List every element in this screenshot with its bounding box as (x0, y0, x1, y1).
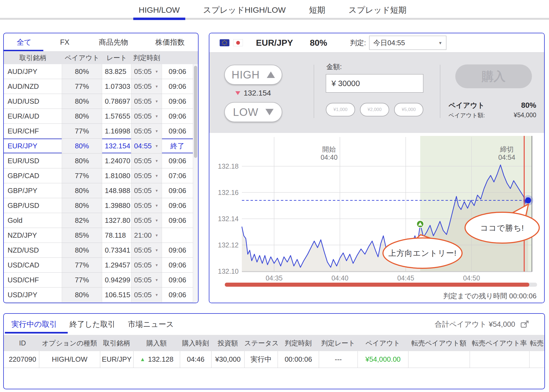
top-tab-短期[interactable]: 短期 (309, 0, 325, 20)
watchlist-row-EUR/AUD[interactable]: EUR/AUD80%1.5765505:05▼09:06 (4, 109, 198, 124)
positions-col-ペイアウト: ペイアウト (358, 339, 408, 348)
buy-button[interactable]: 購入 (455, 64, 532, 88)
amount-input[interactable]: ¥ 30000 (326, 74, 423, 93)
positions-col-投資額: 投資額 (211, 339, 244, 348)
cell-amount: ¥30,000 (211, 351, 244, 368)
pair-name: GBP/JPY (4, 183, 62, 198)
payout-pct: 80% (62, 139, 102, 153)
cell-id: 2207090 (6, 351, 39, 368)
watchlist-row-AUD/JPY[interactable]: AUD/JPY80%83.82505:05▼09:06 (4, 64, 198, 79)
top-tab-スプレッド短期[interactable]: スプレッド短期 (349, 0, 407, 20)
divider (314, 65, 314, 118)
judge-time-dropdown[interactable]: 05:05▼ (131, 79, 162, 94)
chevron-down-icon: ▼ (155, 233, 158, 237)
payout-row: ペイアウト 80% (449, 101, 536, 110)
judge-time-dropdown[interactable]: 05:05▼ (131, 124, 162, 138)
watchlist-row-AUD/NZD[interactable]: AUD/NZD77%1.0730305:05▼09:06 (4, 79, 198, 94)
positions-data-row[interactable]: 2207090HIGH/LOWEUR/JPY▲132.12804:46¥30,0… (4, 351, 544, 368)
judge-time-dropdown[interactable]: 05:05▼ (131, 94, 162, 109)
watchlist-row-USD/CHF[interactable]: USD/CHF77%0.9429905:05▼09:06 (4, 273, 198, 288)
deadline-time-label: 04:54 (498, 153, 515, 161)
chevron-down-icon: ▼ (155, 278, 158, 282)
close-time: 09:06 (162, 183, 193, 198)
close-time: 09:06 (162, 153, 193, 168)
annotation-bubble: 上方向エントリー! (388, 249, 457, 257)
pair-name: NZD/USD (4, 243, 62, 257)
price-chart-container: 132.18132.16132.14132.12132.1004:3504:40… (209, 133, 545, 303)
y-axis-label: 132.16 (218, 189, 239, 196)
judge-time-dropdown[interactable]: 05:05▼ (131, 258, 162, 272)
judge-time-select[interactable]: 今日04:55 ▼ (369, 36, 446, 50)
y-axis-label: 132.18 (218, 162, 239, 170)
judge-time-dropdown[interactable]: 05:05▼ (131, 243, 162, 257)
watchlist-row-Gold[interactable]: Gold82%1327.8005:05▼09:06 (4, 213, 198, 228)
watchlist-row-EUR/USD[interactable]: EUR/USD80%1.2407005:05▼09:06 (4, 153, 198, 168)
cell-payout: ¥54,000.00 (358, 351, 408, 368)
cell-judge-time: 00:00:06 (278, 351, 319, 368)
watchlist-scrollbar[interactable] (193, 64, 198, 303)
judge-time-dropdown[interactable]: 05:05▼ (131, 64, 162, 79)
judge-time-dropdown[interactable]: 04:55▼ (131, 139, 162, 153)
low-button[interactable]: LOW (224, 102, 282, 122)
watchlist-row-AUD/USD[interactable]: AUD/USD80%0.7869705:05▼09:06 (4, 94, 198, 109)
watchlist-scrollbar-thumb[interactable] (194, 66, 197, 158)
watchlist-tab-FX[interactable]: FX (44, 33, 85, 51)
judge-time-dropdown[interactable]: 05:05▼ (131, 153, 162, 168)
watchlist-row-NZD/JPY[interactable]: NZD/JPY85%78.11821:00▼ (4, 228, 198, 243)
judge-time-value: 21:00 (134, 231, 152, 240)
judge-time-dropdown[interactable]: 21:00▼ (131, 228, 162, 243)
quick-amount-¥2,000[interactable]: ¥2,000 (360, 103, 389, 116)
judge-time-dropdown[interactable]: 05:05▼ (131, 168, 162, 183)
high-button[interactable]: HIGH (224, 65, 282, 85)
watchlist-row-NZD/USD[interactable]: NZD/USD80%0.7334105:05▼09:06 (4, 243, 198, 258)
positions-col-ステータス: ステータス (244, 339, 278, 348)
total-payout: 合計ペイアウト ¥54,000 (435, 314, 515, 335)
chevron-down-icon: ▼ (155, 99, 158, 103)
rate-value: 1.24070 (102, 153, 131, 168)
judge-time-value: 今日04:55 (373, 38, 405, 48)
rate-value: 106.515 (102, 288, 131, 302)
cell-option-type: HIGH/LOW (39, 351, 100, 368)
watchlist-row-EUR/JPY[interactable]: EUR/JPY80%132.15404:55▼終了 (4, 139, 198, 153)
watchlist-row-USD/CAD[interactable]: USD/CAD77%1.2945705:05▼09:06 (4, 258, 198, 273)
judge-time-dropdown[interactable]: 05:05▼ (131, 183, 162, 198)
watchlist-row-USD/JPY[interactable]: USD/JPY80%106.51505:05▼09:06 (4, 288, 198, 302)
judge-time-value: 05:05 (134, 291, 152, 299)
watchlist-row-GBP/USD[interactable]: GBP/USD80%1.3988005:05▼09:06 (4, 198, 198, 213)
watchlist-tab-株価指数[interactable]: 株価指数 (142, 33, 198, 51)
judge-time-dropdown[interactable]: 05:05▼ (131, 109, 162, 123)
judge-time-dropdown[interactable]: 05:05▼ (131, 273, 162, 287)
payout-pct: 80% (62, 243, 102, 257)
positions-active-tab-underline (5, 332, 68, 334)
top-tab-HIGH/LOW[interactable]: HIGH/LOW (139, 0, 180, 20)
close-time: 07:06 (162, 168, 193, 183)
watchlist-row-EUR/CHF[interactable]: EUR/CHF77%1.1699805:05▼09:06 (4, 124, 198, 139)
pair-payout-pct: 80% (310, 38, 327, 48)
quick-amount-¥1,000[interactable]: ¥1,000 (326, 103, 355, 116)
watchlist-row-GBP/CAD[interactable]: GBP/CAD77%1.8108005:05▼07:06 (4, 168, 198, 183)
top-tab-スプレッドHIGH/LOW[interactable]: スプレッドHIGH/LOW (203, 0, 286, 20)
close-time: 09:06 (162, 243, 193, 257)
judge-time-dropdown[interactable]: 05:05▼ (131, 288, 162, 302)
up-triangle-icon: ▲ (140, 356, 145, 362)
rate-value: 1.81080 (102, 168, 131, 183)
payout-pct: 82% (62, 213, 102, 228)
positions-col-判定レート: 判定レート (319, 339, 358, 348)
positions-tab-実行中の取引[interactable]: 実行中の取引 (11, 319, 57, 329)
pair-name: AUD/USD (4, 94, 62, 109)
positions-tab-市場ニュース[interactable]: 市場ニュース (128, 319, 174, 329)
judge-time-dropdown[interactable]: 05:05▼ (131, 213, 162, 228)
quick-amount-¥5,000[interactable]: ¥5,000 (394, 103, 423, 116)
pair-name: EUR/USD (4, 153, 62, 168)
watchlist-tab-全て[interactable]: 全て (4, 33, 44, 51)
pair-name: GBP/CAD (4, 168, 62, 183)
share-icon[interactable] (521, 320, 529, 328)
positions-panel: 合計ペイアウト ¥54,000 実行中の取引終了した取引市場ニュース IDオプシ… (3, 313, 545, 389)
watchlist-row-GBP/JPY[interactable]: GBP/JPY80%148.98805:05▼09:06 (4, 183, 198, 198)
close-time: 09:06 (162, 109, 193, 123)
judge-time-dropdown[interactable]: 05:05▼ (131, 198, 162, 213)
watchlist-tab-商品先物[interactable]: 商品先物 (85, 33, 142, 51)
rate-value: 0.73341 (102, 243, 131, 257)
divider (440, 65, 440, 118)
positions-tab-終了した取引[interactable]: 終了した取引 (70, 319, 115, 329)
